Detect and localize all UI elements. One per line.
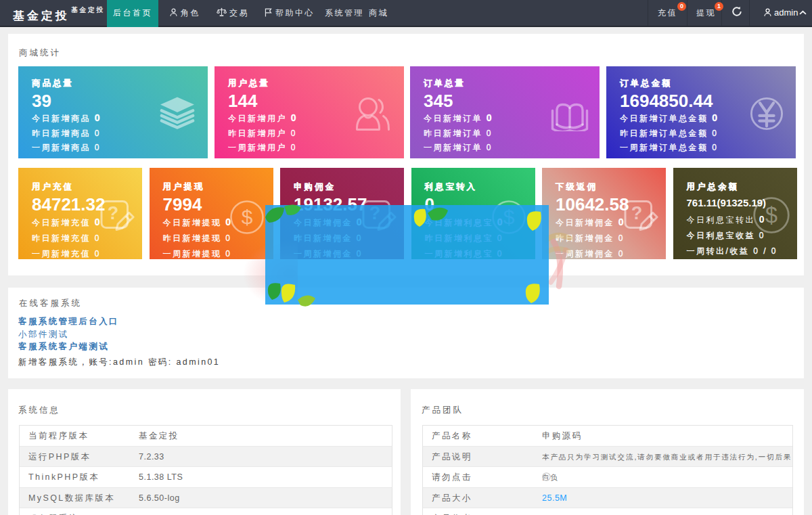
svg-text:?: ? — [631, 203, 643, 223]
svg-text:?: ? — [108, 203, 119, 223]
svg-text:$: $ — [765, 203, 777, 227]
svg-text:$: $ — [241, 206, 252, 228]
